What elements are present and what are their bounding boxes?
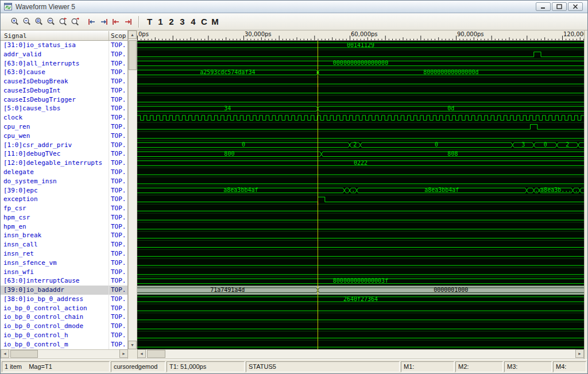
signal-name: insn_wfi (3, 268, 34, 277)
timeline-ruler[interactable]: 0ps30,000ps60,000ps90,000ps120,000ps (137, 30, 584, 41)
svg-text:60,000ps: 60,000ps (351, 31, 378, 37)
zoom-in-button[interactable] (9, 16, 21, 28)
signal-row[interactable]: io_bp_0_control_hTOP. (1, 331, 127, 340)
svg-text:800000000000000d: 800000000000000d (423, 69, 478, 75)
prev-negedge-button[interactable] (110, 16, 122, 28)
svg-text:808: 808 (447, 151, 458, 157)
svg-text:0000000000000000: 0000000000000000 (333, 60, 388, 66)
prev-edge-button[interactable] (86, 16, 98, 28)
signal-row[interactable]: insn_retTOP. (1, 249, 127, 259)
signal-name: hpm_en (3, 222, 26, 232)
signal-row[interactable]: [5:0]cause_lsbsTOP. (1, 104, 127, 113)
tool-button-3[interactable]: 3 (177, 17, 187, 26)
signal-row[interactable]: hpm_csrTOP. (1, 213, 127, 222)
signal-row[interactable]: io_bp_0_control_mTOP. (1, 340, 127, 349)
zoom-out-button[interactable] (21, 16, 33, 28)
column-header-scope[interactable]: Scop (111, 32, 126, 40)
signal-row[interactable]: addr_validTOP. (1, 50, 127, 59)
signal-list-vertical-scrollbar[interactable]: ▲ ▼ (128, 30, 137, 349)
signal-row[interactable]: [63:0]all_interruptsTOP. (1, 59, 127, 68)
signal-row[interactable]: [63:0]interruptCauseTOP. (1, 276, 127, 286)
signal-row[interactable]: [38:0]io_bp_0_addressTOP. (1, 295, 127, 304)
zoom-cursor-left-icon (59, 17, 68, 26)
signal-row[interactable]: io_bp_0_control_chainTOP. (1, 313, 127, 322)
signal-row[interactable]: io_bp_0_control_actionTOP. (1, 304, 127, 313)
signal-scope: TOP. (111, 186, 126, 195)
tool-button-M[interactable]: M (210, 17, 220, 26)
vertical-scroll-thumb[interactable] (129, 40, 137, 70)
signal-row[interactable]: insn_wfiTOP. (1, 268, 127, 277)
signal-name: addr_valid (3, 50, 41, 59)
signal-name: io_bp_0_control_action (3, 304, 87, 313)
signal-row[interactable]: cpu_renTOP. (1, 122, 127, 132)
next-edge-button[interactable] (98, 16, 110, 28)
signal-name: cpu_ren (3, 122, 30, 132)
zoom-cursor-left-button[interactable] (57, 16, 69, 28)
signal-row[interactable]: [39:0]epcTOP. (1, 186, 127, 195)
waveform-horizontal-scrollbar[interactable]: ◄ ► (137, 349, 584, 359)
svg-text:0ps: 0ps (138, 31, 149, 37)
signal-scope: TOP. (111, 122, 126, 132)
signal-scope: TOP. (111, 59, 126, 68)
zoom-full-button[interactable] (45, 16, 57, 28)
signal-row[interactable]: clockTOP. (1, 113, 127, 122)
signal-scope: TOP. (111, 276, 126, 286)
maximize-button[interactable] (552, 2, 567, 11)
svg-text:0: 0 (242, 141, 245, 148)
scroll-right-button[interactable]: ► (119, 349, 128, 358)
scroll-up-button[interactable]: ▲ (128, 30, 137, 39)
signal-row[interactable]: [63:0]causeTOP. (1, 68, 127, 77)
scroll-left-button[interactable]: ◄ (1, 349, 9, 358)
signal-row[interactable]: io_bp_0_control_dmodeTOP. (1, 322, 127, 331)
signal-scope: TOP. (111, 68, 126, 77)
signal-row[interactable]: delegateTOP. (1, 168, 127, 177)
signal-name: insn_break (3, 231, 41, 240)
signal-row[interactable]: [12:0]delegable_interruptsTOP. (1, 159, 127, 168)
titlebar[interactable]: Waveform Viewer 5 (1, 1, 587, 13)
svg-text:2640f27364: 2640f27364 (343, 296, 378, 302)
signal-panel-header[interactable]: Signal Scop (1, 30, 128, 41)
signal-row[interactable]: do_system_insnTOP. (1, 177, 127, 186)
signal-name: io_bp_0_control_dmode (3, 322, 83, 331)
tool-button-1[interactable]: 1 (156, 17, 165, 26)
horizontal-scroll-thumb[interactable] (10, 350, 38, 358)
signal-row[interactable]: cpu_wenTOP. (1, 132, 127, 141)
column-header-signal[interactable]: Signal (4, 32, 27, 40)
signal-name: delegate (3, 168, 34, 177)
tool-button-T[interactable]: T (145, 17, 154, 26)
tool-button-4[interactable]: 4 (188, 17, 198, 26)
zoom-fit-button[interactable] (33, 16, 45, 28)
signal-row[interactable]: hpm_enTOP. (1, 222, 127, 232)
zoom-cursor-right-button[interactable] (69, 16, 81, 28)
signal-row[interactable]: causeIsDebugBreakTOP. (1, 77, 127, 86)
tool-button-2[interactable]: 2 (167, 17, 176, 26)
signal-row[interactable]: causeIsDebugTriggerTOP. (1, 95, 127, 105)
next-negedge-button[interactable] (122, 16, 134, 28)
scroll-left-button[interactable]: ◄ (137, 349, 146, 358)
scroll-right-button[interactable]: ► (575, 349, 584, 358)
scroll-down-button[interactable]: ▼ (128, 341, 137, 349)
close-button[interactable] (568, 2, 583, 11)
horizontal-scroll-thumb[interactable] (147, 350, 165, 358)
tool-button-C[interactable]: C (199, 17, 209, 26)
signal-row[interactable]: fp_csrTOP. (1, 204, 127, 213)
signal-row[interactable]: insn_sfence_vmTOP. (1, 259, 127, 268)
signal-list[interactable]: [31:0]io_status_isaTOP.addr_validTOP.[63… (1, 41, 128, 349)
cursor-marker-buttons: T1234CM (144, 17, 220, 26)
waveform-canvas[interactable]: 001411290000000000000000a2593cdc574daf34… (137, 41, 584, 349)
status-segment: 1 item Mag=T1 (2, 361, 110, 372)
signal-row[interactable]: insn_breakTOP. (1, 231, 127, 240)
signal-row[interactable]: [1:0]csr_addr_privTOP. (1, 141, 127, 150)
status-segment: STATUS5 (246, 361, 400, 372)
signal-row[interactable]: exceptionTOP. (1, 195, 127, 204)
signal-scope: TOP. (111, 195, 126, 204)
signal-scope: TOP. (111, 322, 126, 331)
column-divider[interactable] (109, 31, 109, 40)
signal-row[interactable]: causeIsDebugIntTOP. (1, 86, 127, 95)
signal-row[interactable]: [31:0]io_status_isaTOP. (1, 41, 127, 50)
signal-panel-horizontal-scrollbar[interactable]: ◄ ► (1, 349, 128, 359)
signal-row[interactable]: [39:0]io_badaddrTOP. (1, 286, 127, 295)
signal-row[interactable]: insn_callTOP. (1, 240, 127, 249)
signal-row[interactable]: [11:0]debugTVecTOP. (1, 149, 127, 159)
minimize-button[interactable] (536, 2, 551, 11)
